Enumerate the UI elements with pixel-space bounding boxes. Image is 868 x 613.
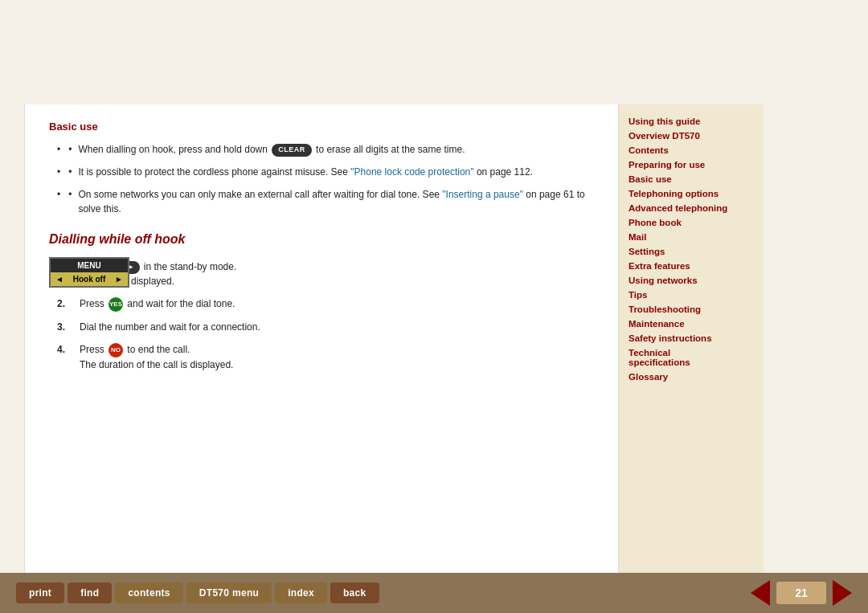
top-spacer [0,0,868,104]
sidebar-item-contents[interactable]: Contents [628,145,754,155]
menu-display-top: MENU [51,259,128,272]
bullet-item-2: • It is possible to protect the cordless… [57,165,594,179]
print-button[interactable]: print [16,582,64,603]
step-4-text-before: Press [80,344,107,355]
sidebar-item-settings[interactable]: Settings [628,247,754,256]
step-2-yes-button: YES [108,297,123,312]
step-4: 4. Press NO to end the call. The duratio… [57,342,594,372]
sidebar-item-safety-instructions[interactable]: Safety instructions [628,333,754,343]
prev-page-arrow[interactable] [751,580,770,606]
section-title: Basic use [49,121,594,133]
menu-display: MENU ◄ Hook off ► [49,257,129,288]
sidebar-item-phone-book[interactable]: Phone book [628,218,754,227]
page-wrapper: Basic use MENU ◄ Hook off ► • When diall… [0,0,868,613]
sidebar-item-technical-specifications[interactable]: Technicalspecifications [628,348,754,367]
main-area: Basic use MENU ◄ Hook off ► • When diall… [0,104,868,573]
bullet-3-text-before: On some networks you can only make an ex… [78,189,442,200]
step-3: 3. Dial the number and wait for a connec… [57,320,594,334]
sidebar-item-maintenance[interactable]: Maintenance [628,319,754,329]
bullet-1-text-before: When dialling on hook, press and hold do… [78,144,270,155]
step-2-num: 2. [57,296,72,311]
clear-button: CLEAR [272,144,312,157]
step-2: 2. Press YES and wait for the dial tone. [57,296,594,312]
page-nav: 21 [751,580,852,606]
sidebar-item-telephoning-options[interactable]: Telephoning options [628,189,754,198]
phone-lock-link[interactable]: "Phone lock code protection" [350,166,473,178]
index-button[interactable]: index [275,582,327,603]
sidebar-item-preparing[interactable]: Preparing for use [628,160,754,170]
inserting-pause-link[interactable]: "Inserting a pause" [442,189,523,200]
step-4-text-after: to end the call. [127,344,190,355]
back-button[interactable]: back [330,582,379,603]
page-number-box: 21 [776,582,826,604]
step-4-num: 4. [57,342,72,357]
menu-arrow-left[interactable]: ◄ [55,275,63,284]
page-number: 21 [789,586,813,599]
sidebar-item-using-guide[interactable]: Using this guide [628,116,754,126]
bottom-toolbar: print find contents DT570 menu index bac… [0,573,868,613]
dt570-menu-button[interactable]: DT570 menu [186,582,272,603]
bullet-2-text-after: on page 112. [477,166,533,178]
sidebar-item-tips[interactable]: Tips [628,290,754,300]
bullet-list: • When dialling on hook, press and hold … [49,142,594,216]
step-2-text-after: and wait for the dial tone. [127,298,235,309]
next-page-arrow[interactable] [833,580,852,606]
step-4-content: Press NO to end the call. The duration o… [80,342,594,372]
menu-center-label: Hook off [73,275,106,284]
steps-list: 1. Press ▶▶▶ in the stand-by mode. Hook … [49,260,594,372]
sidebar-item-extra-features[interactable]: Extra features [628,261,754,271]
bullet-1-text-after: to erase all digits at the same time. [316,144,465,155]
left-tab [0,104,24,573]
step-4-no-button: NO [108,343,123,358]
find-button[interactable]: find [68,582,112,603]
sidebar-item-using-networks[interactable]: Using networks [628,276,754,285]
contents-button[interactable]: contents [115,582,182,603]
sidebar-item-overview[interactable]: Overview DT570 [628,131,754,141]
step-3-num: 3. [57,320,72,334]
section-heading: Dialling while off hook [49,232,594,247]
right-sidebar: Using this guide Overview DT570 Contents… [619,104,764,573]
bullet-2-text-before: It is possible to protect the cordless p… [78,166,350,178]
sidebar-item-glossary[interactable]: Glossary [628,372,754,382]
bullet-item-1: • When dialling on hook, press and hold … [57,142,594,157]
step-3-content: Dial the number and wait for a connectio… [80,320,594,334]
bullet-item-3: • On some networks you can only make an … [57,187,594,216]
step-4-extra: The duration of the call is displayed. [80,359,233,370]
menu-display-bottom: ◄ Hook off ► [51,272,128,286]
sidebar-item-troubleshooting[interactable]: Troubleshooting [628,304,754,314]
menu-arrow-right[interactable]: ► [115,275,123,284]
step-3-text: Dial the number and wait for a connectio… [80,321,260,333]
step-1: 1. Press ▶▶▶ in the stand-by mode. Hook … [57,260,594,288]
step-1-text-after: in the stand-by mode. [144,261,236,272]
content-area: Basic use MENU ◄ Hook off ► • When diall… [24,104,619,573]
sidebar-item-basic-use[interactable]: Basic use [628,174,754,184]
step-2-content: Press YES and wait for the dial tone. [80,296,594,312]
sidebar-item-advanced-telephoning[interactable]: Advanced telephoning [628,203,754,213]
step-1-content: Press ▶▶▶ in the stand-by mode. Hook off… [80,260,594,288]
step-2-text-before: Press [80,298,107,309]
sidebar-item-mail[interactable]: Mail [628,232,754,242]
